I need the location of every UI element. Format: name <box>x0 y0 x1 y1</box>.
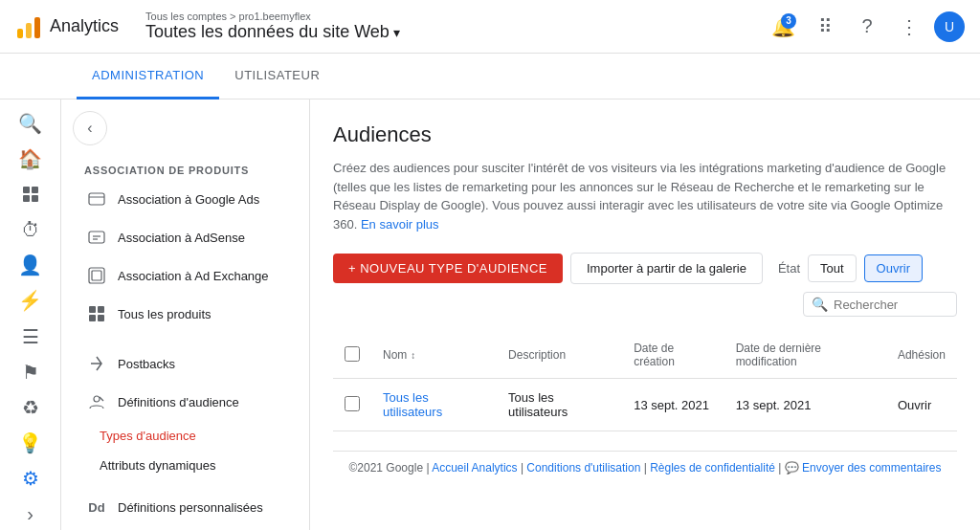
table-header-description: Description <box>497 332 622 379</box>
footer-link-analytics[interactable]: Accueil Analytics <box>432 461 517 475</box>
svg-rect-17 <box>98 315 104 321</box>
nav-item-definitions-audience-label: Définitions d'audience <box>118 395 239 409</box>
svg-rect-2 <box>34 17 40 38</box>
sidebar-icon-dashboard[interactable] <box>8 178 54 210</box>
svg-rect-7 <box>89 193 104 205</box>
table-cell-date-creation: 13 sept. 2021 <box>622 379 724 431</box>
table-header-adhesion: Adhésion <box>886 332 957 379</box>
nav-item-postbacks-label: Postbacks <box>118 357 175 371</box>
svg-rect-16 <box>89 315 96 321</box>
main-layout: 🔍 🏠 ⏱ 👤 ⚡ ☰ ⚑ ♻ 💡 ⚙ › ‹ ASSOCIATION DE P… <box>0 99 980 530</box>
footer-link-confidentialite[interactable]: Règles de confidentialité <box>650 461 775 475</box>
sidebar-icon-conversions[interactable]: ⚑ <box>8 356 54 387</box>
table-header-nom: Nom ↕ <box>371 332 497 379</box>
svg-rect-6 <box>32 195 38 202</box>
nav-item-postbacks[interactable]: Postbacks <box>61 344 309 383</box>
import-button[interactable]: Importer à partir de la galerie <box>570 253 763 284</box>
apps-button[interactable]: ⠿ <box>808 10 842 44</box>
main-content: Audiences Créez des audiences pour susci… <box>310 99 980 530</box>
help-button[interactable]: ? <box>850 10 884 44</box>
logo: Analytics <box>15 13 134 40</box>
sidebar-icon-search[interactable]: 🔍 <box>8 107 54 139</box>
svg-rect-0 <box>17 29 23 38</box>
nav-item-ad-exchange[interactable]: Association à Ad Exchange <box>61 256 309 295</box>
row-checkbox[interactable] <box>345 396 360 411</box>
nav-sub-item-attributs-dynamiques[interactable]: Attributs dynamiques <box>61 451 309 480</box>
tab-administration[interactable]: ADMINISTRATION <box>77 54 219 99</box>
notification-button[interactable]: 🔔 3 <box>766 10 800 44</box>
nav-sub-item-types-audience[interactable]: Types d'audience <box>61 421 309 451</box>
breadcrumb: Tous les comptes > pro1.beemyflex Toutes… <box>145 11 400 42</box>
header-actions: 🔔 3 ⠿ ? ⋮ U <box>766 10 965 44</box>
tab-utilisateur[interactable]: UTILISATEUR <box>219 54 335 99</box>
analytics-logo-icon <box>15 13 42 40</box>
sidebar-icon-home[interactable]: 🏠 <box>8 143 54 174</box>
nav-item-google-ads[interactable]: Association à Google Ads <box>61 180 309 218</box>
dropdown-arrow-icon: ▾ <box>393 25 400 40</box>
table-cell-nom: Tous les utilisateurs <box>371 379 497 431</box>
sidebar-icon-realtime[interactable]: ⏱ <box>8 214 54 246</box>
table-cell-date-modification: 13 sept. 2021 <box>724 379 886 431</box>
audience-name-link[interactable]: Tous les utilisateurs <box>383 390 442 419</box>
sidebar-icon-audience[interactable]: 👤 <box>8 250 54 281</box>
postbacks-icon <box>87 354 106 373</box>
filter-all-button[interactable]: Tout <box>808 254 857 282</box>
nav-item-definitions-personnalisees[interactable]: Dd Définitions personnalisées <box>61 488 309 526</box>
select-all-checkbox[interactable] <box>345 346 360 362</box>
feedback-icon: 💬 <box>785 461 799 475</box>
footer-link-conditions[interactable]: Conditions d'utilisation <box>526 461 640 475</box>
back-button[interactable]: ‹ <box>73 111 107 145</box>
sidebar-icon-acquisition[interactable]: ⚡ <box>8 285 54 317</box>
footer-copyright: ©2021 Google <box>348 461 423 475</box>
app-name: Analytics <box>50 16 119 36</box>
filter-open-button[interactable]: Ouvrir <box>864 254 923 282</box>
all-products-icon <box>87 304 106 323</box>
footer: ©2021 Google | Accueil Analytics | Condi… <box>333 451 957 484</box>
notification-badge: 3 <box>781 13 796 29</box>
svg-rect-15 <box>98 306 104 313</box>
new-audience-button[interactable]: + NOUVEAU TYPE D'AUDIENCE <box>333 254 563 283</box>
table-cell-adhesion: Ouvrir <box>886 379 957 431</box>
nav-item-importation-donnees[interactable]: Dd Importation de données <box>61 526 309 530</box>
svg-rect-14 <box>89 306 96 313</box>
svg-rect-9 <box>89 232 104 243</box>
svg-rect-5 <box>23 195 30 202</box>
adsense-icon <box>87 228 106 247</box>
nav-item-all-products[interactable]: Tous les produits <box>61 295 309 333</box>
avatar[interactable]: U <box>934 11 965 42</box>
svg-rect-3 <box>23 187 30 193</box>
table-cell-checkbox <box>333 379 371 431</box>
more-options-button[interactable]: ⋮ <box>892 10 926 44</box>
footer-feedback-link[interactable]: Envoyer des commentaires <box>802 461 941 475</box>
sidebar-icon-recycle[interactable]: ♻ <box>8 391 54 423</box>
nav-item-definitions-audience[interactable]: Définitions d'audience <box>61 383 309 421</box>
filter-label: État <box>778 261 800 276</box>
tabs-bar: ADMINISTRATION UTILISATEUR <box>0 54 980 99</box>
table-row: Tous les utilisateurs Tous les utilisate… <box>333 379 957 431</box>
table-header-checkbox <box>333 332 371 379</box>
table-header-date-modification: Date de dernière modification <box>724 332 886 379</box>
sidebar-icon-expand[interactable]: › <box>8 498 54 530</box>
svg-rect-13 <box>92 271 101 280</box>
nav-section-title: ASSOCIATION DE PRODUITS <box>61 157 309 180</box>
search-input[interactable] <box>834 298 948 312</box>
ad-exchange-icon <box>87 266 106 285</box>
definitions-personnalisees-icon: Dd <box>87 497 106 517</box>
definitions-audience-icon <box>87 392 106 411</box>
sidebar-icon-discover[interactable]: 💡 <box>8 428 54 459</box>
breadcrumb-main[interactable]: Toutes les données du site Web ▾ <box>145 22 400 42</box>
svg-point-18 <box>94 396 100 402</box>
nav-item-all-products-label: Tous les produits <box>118 307 212 321</box>
content-toolbar: + NOUVEAU TYPE D'AUDIENCE Importer à par… <box>333 253 957 317</box>
sidebar-icons: 🔍 🏠 ⏱ 👤 ⚡ ☰ ⚑ ♻ 💡 ⚙ › <box>0 99 61 530</box>
nav-item-ad-exchange-label: Association à Ad Exchange <box>118 269 269 283</box>
nav-item-adsense[interactable]: Association à AdSense <box>61 218 309 256</box>
search-icon: 🔍 <box>812 297 828 312</box>
sidebar-icon-admin[interactable]: ⚙ <box>8 463 54 495</box>
google-ads-icon <box>87 189 106 209</box>
learn-more-link[interactable]: En savoir plus <box>361 217 439 232</box>
sidebar-icon-behavior[interactable]: ☰ <box>8 320 54 352</box>
header: Analytics Tous les comptes > pro1.beemyf… <box>0 0 980 54</box>
svg-rect-4 <box>32 187 38 193</box>
audience-table: Nom ↕ Description Date de création Date … <box>333 332 957 431</box>
